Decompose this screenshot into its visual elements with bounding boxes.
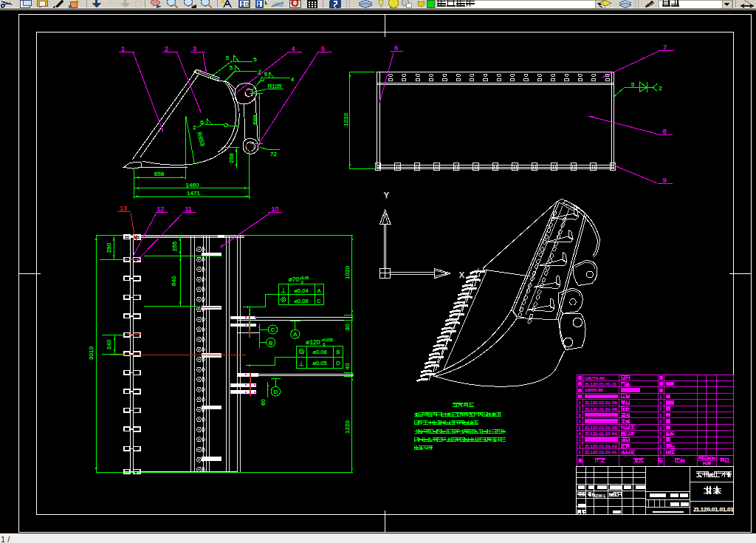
svg-text:⌀70: ⌀70 [289, 276, 300, 283]
svg-text:5: 5 [321, 45, 325, 52]
svg-text:30: 30 [344, 324, 351, 330]
svg-text:⌀0.08: ⌀0.08 [312, 349, 326, 355]
svg-text:C: C [271, 327, 275, 333]
svg-text:GB65-86: GB65-86 [585, 387, 603, 392]
svg-text:ZL120.01.01-05: ZL120.01.01-05 [585, 425, 617, 430]
svg-text:⌀120: ⌀120 [306, 338, 320, 346]
svg-text:ZW-1: ZW-1 [596, 494, 605, 498]
svg-text:GB/T5-86: GB/T5-86 [585, 375, 605, 380]
svg-text:240: 240 [106, 339, 112, 349]
svg-text:2: 2 [193, 124, 196, 131]
svg-text:258: 258 [228, 153, 235, 163]
svg-text:60: 60 [260, 399, 267, 405]
svg-text:72: 72 [270, 151, 277, 157]
svg-text:ZL120.01.01-11: ZL120.01.01-11 [585, 381, 617, 386]
svg-text:⊥: ⊥ [299, 361, 304, 367]
svg-text:ZL120.01.01-01: ZL120.01.01-01 [585, 449, 617, 454]
svg-text:8: 8 [662, 128, 666, 135]
svg-text:⌀0.05: ⌀0.05 [312, 360, 326, 366]
svg-text:7: 7 [663, 44, 667, 51]
svg-text:3: 3 [193, 45, 196, 52]
svg-text:6: 6 [394, 44, 398, 52]
svg-text:B: B [269, 340, 272, 346]
svg-text:1220: 1220 [344, 420, 351, 434]
svg-text:12: 12 [157, 205, 164, 213]
svg-text:D: D [336, 360, 340, 366]
svg-text:1: 1 [121, 45, 125, 52]
svg-text:290: 290 [106, 242, 112, 253]
svg-text:ZL120.01.01-09: ZL120.01.01-09 [585, 400, 617, 405]
svg-text:ZL120.01.01-04: ZL120.01.01-04 [585, 431, 617, 436]
svg-text:ZL120.01.01.01: ZL120.01.01.01 [693, 506, 734, 513]
svg-text:C: C [317, 298, 321, 304]
svg-text:1220: 1220 [343, 113, 349, 126]
svg-text:⊥: ⊥ [281, 287, 286, 294]
svg-text:5: 5 [253, 56, 257, 63]
svg-text:2: 2 [165, 45, 168, 52]
svg-text:688: 688 [252, 115, 258, 125]
svg-text:40: 40 [344, 363, 351, 369]
svg-text:640: 640 [171, 276, 177, 286]
svg-text:0: 0 [301, 280, 303, 284]
svg-text:ZL120.01.01-02: ZL120.01.01-02 [585, 443, 617, 448]
svg-text:2: 2 [659, 85, 662, 92]
svg-text:0: 0 [323, 342, 326, 346]
svg-text:D: D [273, 389, 278, 395]
svg-text:13: 13 [120, 205, 127, 212]
svg-text:B: B [336, 349, 340, 355]
svg-text:5: 5 [230, 64, 233, 71]
svg-text:1 /: 1 / [1, 535, 10, 543]
svg-text:4: 4 [291, 76, 295, 83]
svg-text:ZL120.01.01-08: ZL120.01.01-08 [585, 406, 617, 411]
svg-text:9: 9 [662, 177, 666, 184]
svg-text:5: 5 [264, 71, 268, 78]
svg-text:R105: R105 [267, 83, 282, 89]
svg-text:5: 5 [226, 55, 230, 61]
svg-text:11: 11 [185, 205, 192, 213]
svg-text:4: 4 [291, 45, 295, 52]
svg-text:Y: Y [384, 191, 390, 199]
svg-text:X: X [459, 270, 465, 279]
svg-text:255: 255 [171, 241, 178, 251]
svg-text:A: A [293, 331, 298, 338]
svg-text:⌀0.08: ⌀0.08 [294, 298, 308, 304]
svg-text:3010: 3010 [88, 346, 94, 360]
svg-text:10: 10 [271, 205, 278, 213]
svg-text:A: A [317, 287, 320, 294]
svg-text:2: 2 [258, 69, 261, 75]
svg-text:658: 658 [154, 171, 165, 177]
svg-text:1020: 1020 [344, 266, 351, 279]
svg-text:1460: 1460 [186, 182, 199, 188]
svg-text:1471: 1471 [187, 190, 200, 197]
svg-text:5: 5 [631, 81, 635, 88]
svg-text:⌀0.04: ⌀0.04 [294, 287, 308, 294]
